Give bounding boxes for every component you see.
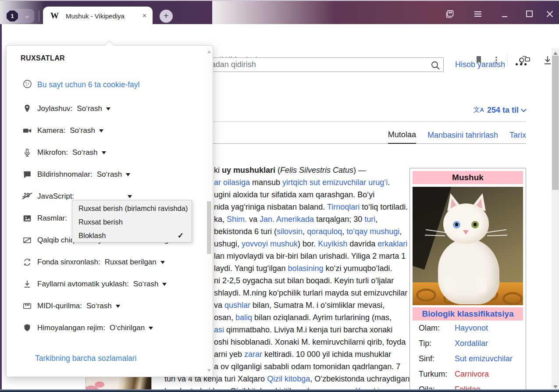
browser-topbar: 1 W Mushuk - Vikipediya × + [0, 0, 559, 24]
language-selector[interactable]: 文A 254 ta til [474, 106, 526, 115]
scroll-up-arrow[interactable] [553, 52, 558, 55]
wiki-link[interactable]: erkaklari [377, 239, 407, 248]
wiki-tab-manbasini-tahrirlash[interactable]: Manbasini tahrirlash [427, 131, 498, 143]
menu-item-3[interactable]: Bloklash✓ [72, 229, 192, 242]
classification-row-olam: Olam:Hayvonot [413, 321, 523, 336]
wiki-link[interactable]: yirtqich sut emizuvchilar urugʻi [282, 178, 388, 187]
classification-label: Sinf: [419, 354, 455, 363]
browser-menu-icon[interactable] [473, 9, 483, 19]
midi-icon [22, 301, 32, 311]
wiki-link[interactable]: Kuyikish [318, 239, 347, 248]
permission-value[interactable]: Soʻrash [86, 302, 112, 310]
side-panels-icon[interactable] [445, 9, 455, 19]
wiki-link[interactable]: baliq [235, 313, 252, 322]
classification-link[interactable]: Xordalilar [455, 339, 488, 348]
wiki-link[interactable]: bolasining [288, 264, 323, 273]
dropdown-arrow-icon[interactable] [99, 129, 103, 132]
tab-counter-button[interactable]: 1 [4, 9, 34, 23]
article-line-11: shlaydi. M.ning koʻpchilik turlari mayda… [214, 289, 407, 298]
article-text-segment: ka, [214, 215, 227, 224]
classification-row-sinf: Sinf:Sut emizuvchilar [413, 351, 523, 367]
new-tab-button[interactable]: + [160, 10, 173, 23]
panel-scroll-down-arrow[interactable] [207, 369, 211, 372]
article-line-4: nida yagʻriniga nisbatan baland. Tirnoql… [214, 203, 408, 212]
wiki-link[interactable]: qushlar [224, 301, 250, 310]
permission-value[interactable]: Ruxsat berilgan [105, 258, 157, 267]
permission-label: Bildirishnomalar: [37, 170, 93, 179]
dropdown-arrow-icon[interactable] [106, 107, 110, 110]
wiki-link[interactable]: Shim. [227, 215, 247, 224]
wiki-tab-tarix[interactable]: Tarix [509, 131, 526, 143]
menu-item-1[interactable]: Ruxsat berish (birlamchi ravishda) [72, 202, 192, 215]
article-line-2: ar oilasiga mansub yirtqich sut emizuvch… [214, 178, 390, 187]
classification-link[interactable]: Hayvonot [455, 324, 488, 333]
permission-label: Fayllarni avtomatik yuklash: [37, 280, 129, 289]
classification-link[interactable]: Carnivora [455, 370, 489, 379]
wiki-link[interactable]: Tirnoqlari [327, 203, 360, 211]
article-text-segment: laydi. Yangi tugʻilgan [214, 264, 288, 273]
dropdown-arrow-icon[interactable] [160, 261, 165, 264]
article-tabs: MutolaaManbasini tahrirlashTarix [159, 128, 526, 144]
wiki-link[interactable]: ar oilasiga [214, 178, 250, 187]
article-text-segment: , [342, 227, 346, 236]
wiki-link[interactable]: asi [214, 325, 224, 334]
article-text-segment: nida yagʻriniga nisbatan baland. [214, 203, 327, 211]
article-text-segment: , [399, 227, 402, 236]
scroll-down-arrow[interactable] [553, 385, 558, 388]
panel-scroll-up-arrow[interactable] [207, 50, 211, 53]
wiki-link[interactable]: silovsin [277, 227, 303, 236]
permission-value[interactable]: Soʻrash [70, 126, 95, 135]
panel-scrollbar[interactable] [207, 47, 212, 375]
window-bottom-edge [0, 389, 559, 392]
menu-item-2[interactable]: Ruxsat berish [72, 215, 192, 229]
article-text-segment: , [303, 227, 307, 236]
maximize-button[interactable] [524, 9, 535, 19]
dropdown-arrow-icon[interactable] [128, 195, 132, 198]
wiki-search-input[interactable] [175, 57, 444, 72]
wiki-link[interactable]: qoraquloq [307, 227, 342, 236]
permission-value[interactable]: Soʻrash [97, 170, 122, 179]
wiki-link[interactable]: turi [364, 215, 375, 224]
all-content-settings-link[interactable]: Tarkibning barcha sozlamalari [35, 354, 137, 363]
tab-counter-badge: 1 [7, 11, 18, 21]
dropdown-arrow-icon[interactable] [149, 327, 153, 330]
classification-link[interactable]: Sut emizuvchilar [455, 354, 513, 363]
page-scrollbar[interactable] [552, 48, 559, 392]
article-text-segment: uy mushuklari [222, 166, 275, 175]
panel-scrollbar-thumb[interactable] [207, 201, 211, 254]
wiki-link[interactable]: Qizil kitobga [267, 374, 310, 383]
scrollbar-thumb[interactable] [552, 56, 559, 190]
page-tools-menu-icon[interactable] [516, 63, 531, 65]
permission-row-bildirishnomalar: Bildirishnomalar:Soʻrash [22, 164, 130, 185]
dropdown-arrow-icon[interactable] [162, 283, 167, 286]
search-icon[interactable] [430, 60, 440, 70]
cookies-link[interactable]: Bu sayt uchun 6 ta cookie-fayl [37, 80, 139, 89]
notification-icon [22, 170, 32, 179]
create-account-link[interactable]: Hisob yaratish [455, 60, 505, 69]
browser-window: 1 W Mushuk - Vikipediya × + [0, 0, 559, 392]
language-icon: 文A [474, 106, 484, 114]
permission-value[interactable]: Oʻchirilgan [110, 324, 145, 332]
wiki-link[interactable]: toʻqay mushugi [346, 227, 399, 236]
permission-value[interactable]: Soʻrash [77, 104, 102, 113]
permission-value[interactable]: Soʻrash [72, 148, 98, 157]
dropdown-arrow-icon[interactable] [102, 151, 106, 154]
close-window-button[interactable] [545, 9, 555, 19]
minimize-button[interactable] [500, 9, 510, 19]
permission-label: MIDI-qurilma: [37, 302, 82, 310]
wiki-link[interactable]: zarar [244, 350, 262, 359]
dropdown-arrow-icon[interactable] [116, 305, 120, 308]
wiki-link[interactable]: Jan. Amerikada [260, 215, 314, 224]
wiki-link[interactable]: yovvoyi mushuk [242, 239, 298, 248]
dropdown-arrow-icon[interactable] [126, 173, 130, 176]
permission-row-joylashuv: Joylashuv:Soʻrash [22, 98, 110, 120]
location-icon [22, 104, 32, 114]
classification-label: Turkum: [419, 370, 455, 379]
article-line-16: arni yeb zarar keltiradi. 10 000 yil ich… [214, 350, 391, 359]
tab-mushuk-vikipediya[interactable]: W Mushuk - Vikipediya × [43, 7, 153, 25]
site-permissions-panel: RUXSATLAR Bu sayt uchun 6 ta cookie-fayl… [6, 45, 213, 377]
permission-value[interactable]: Soʻrash [133, 280, 159, 289]
article-line-14: asi qimmatbaho. Liviya M.i kenja turi ba… [214, 325, 392, 335]
tab-close-icon[interactable]: × [142, 12, 146, 19]
wiki-tab-mutolaa[interactable]: Mutolaa [388, 130, 416, 144]
